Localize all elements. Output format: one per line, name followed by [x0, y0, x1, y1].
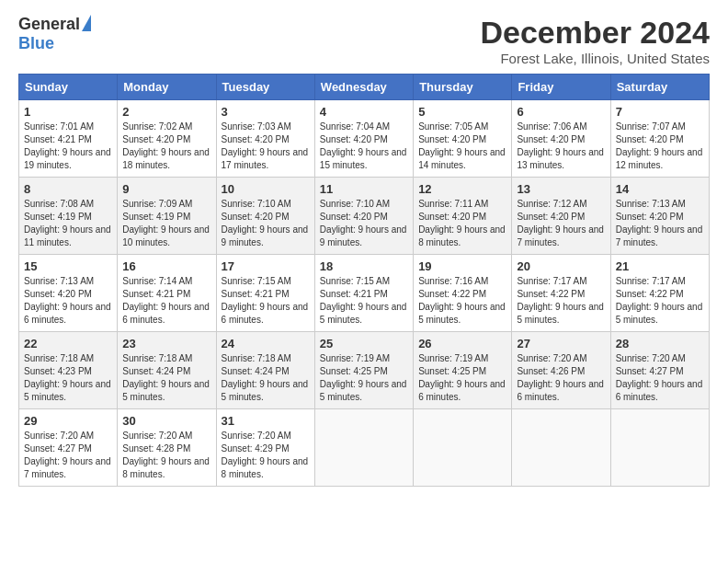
sunrise-label: Sunrise: 7:20 AM: [616, 353, 686, 363]
sunset-label: Sunset: 4:20 PM: [616, 134, 684, 144]
day-info: Sunrise: 7:06 AM Sunset: 4:20 PM Dayligh…: [517, 121, 605, 172]
day-number: 28: [616, 337, 704, 350]
day-info: Sunrise: 7:20 AM Sunset: 4:28 PM Dayligh…: [122, 430, 210, 481]
sunset-label: Sunset: 4:20 PM: [320, 212, 388, 222]
sunset-label: Sunset: 4:20 PM: [122, 134, 190, 144]
sunset-label: Sunset: 4:20 PM: [24, 289, 92, 299]
calendar-cell: 29 Sunrise: 7:20 AM Sunset: 4:27 PM Dayl…: [19, 409, 118, 487]
calendar-cell: 24 Sunrise: 7:18 AM Sunset: 4:24 PM Dayl…: [216, 332, 314, 409]
day-info: Sunrise: 7:14 AM Sunset: 4:21 PM Dayligh…: [122, 275, 210, 327]
day-info: Sunrise: 7:01 AM Sunset: 4:21 PM Dayligh…: [24, 121, 112, 172]
day-info: Sunrise: 7:13 AM Sunset: 4:20 PM Dayligh…: [616, 198, 704, 249]
sunrise-label: Sunrise: 7:20 AM: [517, 353, 586, 363]
daylight-label: Daylight: 9 hours and 11 minutes.: [24, 224, 111, 247]
calendar-cell: 12 Sunrise: 7:11 AM Sunset: 4:20 PM Dayl…: [414, 178, 512, 255]
day-info: Sunrise: 7:08 AM Sunset: 4:19 PM Dayligh…: [24, 198, 112, 249]
sunset-label: Sunset: 4:23 PM: [24, 366, 92, 376]
day-info: Sunrise: 7:13 AM Sunset: 4:20 PM Dayligh…: [24, 275, 112, 327]
daylight-label: Daylight: 9 hours and 19 minutes.: [24, 147, 111, 170]
sunset-label: Sunset: 4:22 PM: [616, 289, 684, 299]
calendar-cell: 6 Sunrise: 7:06 AM Sunset: 4:20 PM Dayli…: [512, 100, 610, 178]
daylight-label: Daylight: 9 hours and 8 minutes.: [222, 456, 309, 479]
sunrise-label: Sunrise: 7:19 AM: [418, 353, 488, 363]
day-info: Sunrise: 7:15 AM Sunset: 4:21 PM Dayligh…: [222, 275, 310, 327]
month-title: December 2024: [480, 15, 710, 51]
day-header-wednesday: Wednesday: [314, 75, 413, 100]
calendar-cell: 30 Sunrise: 7:20 AM Sunset: 4:28 PM Dayl…: [118, 409, 216, 487]
daylight-label: Daylight: 9 hours and 10 minutes.: [122, 224, 210, 247]
day-header-sunday: Sunday: [19, 75, 118, 100]
day-number: 25: [320, 337, 408, 350]
daylight-label: Daylight: 9 hours and 5 minutes.: [517, 302, 604, 325]
day-number: 31: [222, 414, 310, 428]
day-number: 27: [517, 337, 605, 350]
sunrise-label: Sunrise: 7:04 AM: [320, 121, 390, 132]
calendar-table: SundayMondayTuesdayWednesdayThursdayFrid…: [18, 74, 710, 487]
logo-general-text: General: [18, 15, 80, 34]
daylight-label: Daylight: 9 hours and 5 minutes.: [320, 302, 407, 325]
day-info: Sunrise: 7:09 AM Sunset: 4:19 PM Dayligh…: [122, 198, 210, 249]
daylight-label: Daylight: 9 hours and 5 minutes.: [616, 302, 703, 325]
sunset-label: Sunset: 4:26 PM: [517, 366, 585, 376]
sunset-label: Sunset: 4:20 PM: [616, 212, 684, 222]
sunset-label: Sunset: 4:25 PM: [320, 366, 388, 376]
day-info: Sunrise: 7:10 AM Sunset: 4:20 PM Dayligh…: [320, 198, 408, 249]
logo: General Blue: [18, 15, 91, 53]
calendar-cell: 31 Sunrise: 7:20 AM Sunset: 4:29 PM Dayl…: [216, 409, 314, 487]
day-info: Sunrise: 7:03 AM Sunset: 4:20 PM Dayligh…: [222, 121, 310, 172]
sunrise-label: Sunrise: 7:05 AM: [418, 121, 488, 132]
sunrise-label: Sunrise: 7:20 AM: [24, 431, 94, 441]
sunset-label: Sunset: 4:24 PM: [122, 366, 190, 376]
day-number: 12: [418, 182, 506, 196]
day-info: Sunrise: 7:12 AM Sunset: 4:20 PM Dayligh…: [517, 198, 605, 249]
day-info: Sunrise: 7:15 AM Sunset: 4:21 PM Dayligh…: [320, 275, 408, 327]
day-number: 20: [517, 259, 605, 273]
sunset-label: Sunset: 4:27 PM: [24, 443, 92, 454]
daylight-label: Daylight: 9 hours and 9 minutes.: [222, 224, 309, 247]
calendar-cell: [314, 409, 413, 487]
sunrise-label: Sunrise: 7:18 AM: [24, 353, 94, 363]
sunrise-label: Sunrise: 7:20 AM: [122, 431, 192, 441]
day-header-friday: Friday: [512, 75, 610, 100]
daylight-label: Daylight: 9 hours and 6 minutes.: [122, 302, 210, 325]
day-number: 3: [222, 105, 310, 119]
daylight-label: Daylight: 9 hours and 8 minutes.: [418, 224, 506, 247]
calendar-cell: 11 Sunrise: 7:10 AM Sunset: 4:20 PM Dayl…: [314, 178, 413, 255]
day-info: Sunrise: 7:04 AM Sunset: 4:20 PM Dayligh…: [320, 121, 408, 172]
calendar-cell: 4 Sunrise: 7:04 AM Sunset: 4:20 PM Dayli…: [314, 100, 413, 178]
sunrise-label: Sunrise: 7:15 AM: [320, 276, 390, 286]
sunrise-label: Sunrise: 7:19 AM: [320, 353, 390, 363]
daylight-label: Daylight: 9 hours and 6 minutes.: [616, 379, 703, 402]
sunset-label: Sunset: 4:20 PM: [222, 134, 290, 144]
header: General Blue December 2024 Forest Lake, …: [18, 15, 710, 66]
calendar-cell: 20 Sunrise: 7:17 AM Sunset: 4:22 PM Dayl…: [512, 255, 610, 332]
sunset-label: Sunset: 4:24 PM: [222, 366, 290, 376]
sunset-label: Sunset: 4:22 PM: [418, 289, 486, 299]
day-number: 6: [517, 105, 605, 119]
sunrise-label: Sunrise: 7:12 AM: [517, 199, 586, 209]
calendar-cell: 3 Sunrise: 7:03 AM Sunset: 4:20 PM Dayli…: [216, 100, 314, 178]
calendar-cell: 16 Sunrise: 7:14 AM Sunset: 4:21 PM Dayl…: [118, 255, 216, 332]
daylight-label: Daylight: 9 hours and 7 minutes.: [616, 224, 703, 247]
day-info: Sunrise: 7:17 AM Sunset: 4:22 PM Dayligh…: [517, 275, 605, 327]
sunrise-label: Sunrise: 7:07 AM: [616, 121, 686, 132]
sunset-label: Sunset: 4:20 PM: [222, 212, 290, 222]
daylight-label: Daylight: 9 hours and 5 minutes.: [320, 379, 407, 402]
daylight-label: Daylight: 9 hours and 6 minutes.: [418, 379, 506, 402]
sunset-label: Sunset: 4:21 PM: [122, 289, 190, 299]
calendar-cell: 13 Sunrise: 7:12 AM Sunset: 4:20 PM Dayl…: [512, 178, 610, 255]
day-number: 18: [320, 259, 408, 273]
sunset-label: Sunset: 4:29 PM: [222, 443, 290, 454]
day-info: Sunrise: 7:16 AM Sunset: 4:22 PM Dayligh…: [418, 275, 506, 327]
sunrise-label: Sunrise: 7:03 AM: [222, 121, 291, 132]
daylight-label: Daylight: 9 hours and 6 minutes.: [517, 379, 604, 402]
sunrise-label: Sunrise: 7:11 AM: [418, 199, 488, 209]
sunset-label: Sunset: 4:27 PM: [616, 366, 684, 376]
sunset-label: Sunset: 4:20 PM: [418, 134, 486, 144]
sunrise-label: Sunrise: 7:18 AM: [222, 353, 291, 363]
day-number: 7: [616, 105, 704, 119]
day-number: 13: [517, 182, 605, 196]
sunrise-label: Sunrise: 7:09 AM: [122, 199, 192, 209]
sunset-label: Sunset: 4:20 PM: [320, 134, 388, 144]
day-info: Sunrise: 7:18 AM Sunset: 4:24 PM Dayligh…: [222, 352, 310, 404]
